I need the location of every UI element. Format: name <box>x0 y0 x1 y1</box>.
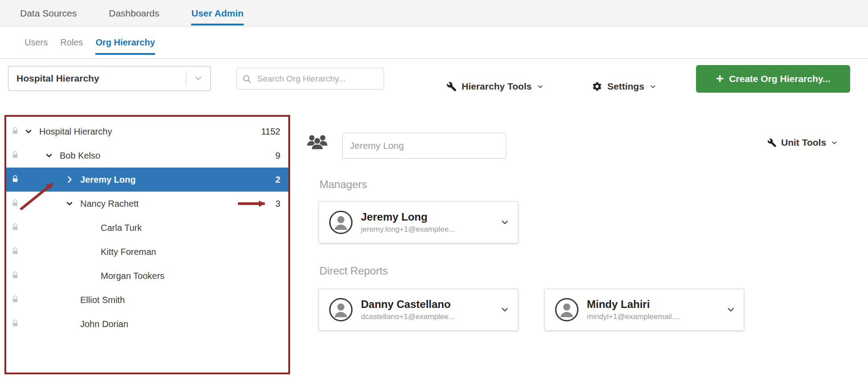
chevron-down-icon[interactable] <box>65 199 78 209</box>
avatar <box>555 298 579 322</box>
person-name: Mindy Lahiri <box>587 298 718 311</box>
direct-reports-section-label: Direct Reports <box>319 265 388 277</box>
avatar <box>329 210 353 234</box>
tree-item-count: 2 <box>275 175 280 185</box>
lock-icon <box>11 223 20 233</box>
tree-item-label: Nancy Rachett <box>80 199 139 209</box>
tree-item-label: Elliot Smith <box>80 295 125 305</box>
tree-item-label: Hospital Hierarchy <box>39 127 112 137</box>
person-email: jeremy.long+1@examplee... <box>361 225 492 234</box>
create-org-hierarchy-label: Create Org Hierarchy... <box>729 74 830 84</box>
chevron-placeholder <box>86 271 99 281</box>
search-box <box>236 68 384 90</box>
create-org-hierarchy-button[interactable]: + Create Org Hierarchy... <box>696 65 850 93</box>
tab-org-hierarchy[interactable]: Org Hierarchy <box>95 27 155 58</box>
toolbar: Hospital Hierarchy Hierarchy Tools <box>0 59 868 114</box>
top-nav: Data Sources Dashboards User Admin <box>0 0 868 27</box>
plus-icon: + <box>716 72 724 85</box>
lock-icon <box>11 271 20 281</box>
tree-row[interactable]: Kitty Foreman <box>6 240 288 264</box>
chevron-down-icon <box>536 83 544 90</box>
tab-label: Org Hierarchy <box>95 37 155 48</box>
chevron-right-icon[interactable] <box>65 175 78 184</box>
managers-section-label: Managers <box>319 178 367 191</box>
tab-label: Dashboards <box>109 8 159 19</box>
org-unit-group-icon <box>305 132 330 152</box>
tree-item-count: 9 <box>275 151 280 161</box>
person-name: Danny Castellano <box>361 298 492 311</box>
hierarchy-tools-menu[interactable]: Hierarchy Tools <box>446 59 544 114</box>
lock-icon <box>11 151 20 160</box>
person-email: dcastellano+1@examplee... <box>361 312 492 321</box>
org-tree-panel annotation-box: Hospital Hierarchy 1152 Bob Kelso 9 Jere… <box>4 115 290 374</box>
sub-nav: Users Roles Org Hierarchy <box>0 27 868 59</box>
org-hierarchy-page: Data Sources Dashboards User Admin Users… <box>0 0 868 377</box>
person-email: mindyl+1@exampleemail.... <box>587 312 718 321</box>
chevron-placeholder <box>86 247 99 257</box>
tree-row[interactable]: Hospital Hierarchy 1152 <box>6 119 288 143</box>
tree-item-label: Jeremy Long <box>80 175 135 185</box>
search-icon <box>242 74 252 84</box>
tab-users[interactable]: Users <box>25 27 48 58</box>
lock-icon <box>11 127 20 136</box>
chevron-down-icon[interactable] <box>24 127 37 136</box>
manager-card[interactable]: Jeremy Long jeremy.long+1@examplee... <box>319 201 518 243</box>
direct-report-card[interactable]: Danny Castellano dcastellano+1@examplee.… <box>319 289 518 331</box>
tab-label: Data Sources <box>20 8 77 19</box>
lock-icon <box>11 247 20 257</box>
chevron-placeholder <box>65 295 78 305</box>
unit-name-input[interactable] <box>342 133 506 159</box>
chevron-down-icon[interactable] <box>500 217 510 227</box>
tree-item-count: 3 <box>275 199 280 209</box>
chevron-placeholder <box>86 223 99 233</box>
tree-row[interactable]: Elliot Smith <box>6 288 288 312</box>
chevron-down-icon <box>186 74 210 83</box>
tree-item-label: Bob Kelso <box>60 151 100 161</box>
tab-label: User Admin <box>191 8 243 19</box>
chevron-down-icon <box>649 83 657 90</box>
person-info: Jeremy Long jeremy.long+1@examplee... <box>361 211 492 234</box>
tree-item-count: 1152 <box>261 127 280 137</box>
tab-data-sources[interactable]: Data Sources <box>20 0 77 26</box>
avatar <box>329 298 353 322</box>
unit-tools-menu[interactable]: Unit Tools <box>767 133 838 152</box>
hierarchy-select-value: Hospital Hierarchy <box>8 73 186 84</box>
chevron-down-icon <box>831 139 838 147</box>
hierarchy-select[interactable]: Hospital Hierarchy <box>8 66 211 91</box>
tree-item-label: Kitty Foreman <box>101 247 156 257</box>
lock-icon <box>11 199 20 209</box>
chevron-down-icon[interactable] <box>45 151 58 160</box>
tab-label: Roles <box>60 37 83 48</box>
chevron-down-icon[interactable] <box>726 305 736 315</box>
tab-user-admin[interactable]: User Admin <box>191 0 243 26</box>
chevron-placeholder <box>65 319 78 329</box>
chevron-down-icon[interactable] <box>500 305 510 315</box>
wrench-icon <box>767 138 777 148</box>
tree-row[interactable]: Morgan Tookers <box>6 264 288 288</box>
wrench-icon <box>446 82 457 92</box>
tree-item-label: John Dorian <box>80 319 128 329</box>
lock-icon <box>11 175 20 184</box>
tree-row[interactable]: Carla Turk <box>6 216 288 240</box>
gear-icon <box>592 81 602 92</box>
search-input[interactable] <box>256 74 378 84</box>
tab-roles[interactable]: Roles <box>60 27 83 58</box>
unit-tools-label: Unit Tools <box>781 137 826 148</box>
person-name: Jeremy Long <box>361 211 492 223</box>
tree-row-selected[interactable]: Jeremy Long 2 <box>6 168 288 192</box>
tree-row[interactable]: Nancy Rachett 3 <box>6 192 288 216</box>
person-info: Mindy Lahiri mindyl+1@exampleemail.... <box>587 298 718 321</box>
direct-report-card[interactable]: Mindy Lahiri mindyl+1@exampleemail.... <box>545 289 744 331</box>
tree-item-label: Morgan Tookers <box>101 271 164 281</box>
tree-row[interactable]: Bob Kelso 9 <box>6 143 288 168</box>
lock-icon <box>11 319 20 329</box>
hierarchy-tools-label: Hierarchy Tools <box>462 81 532 92</box>
lock-icon <box>11 295 20 305</box>
tree-row[interactable]: John Dorian <box>6 312 288 336</box>
settings-menu[interactable]: Settings <box>592 59 657 114</box>
tab-label: Users <box>25 37 48 48</box>
person-info: Danny Castellano dcastellano+1@examplee.… <box>361 298 492 321</box>
tab-dashboards[interactable]: Dashboards <box>109 0 159 26</box>
tree-item-label: Carla Turk <box>101 223 142 233</box>
settings-label: Settings <box>607 81 644 92</box>
